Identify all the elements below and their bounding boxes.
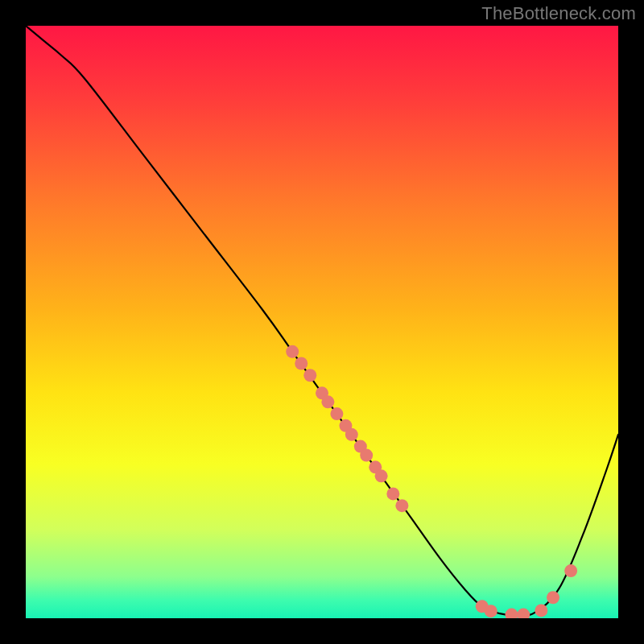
data-marker bbox=[395, 499, 408, 512]
watermark-text: TheBottleneck.com bbox=[481, 3, 636, 24]
data-marker bbox=[303, 369, 316, 382]
data-marker bbox=[330, 407, 343, 420]
data-marker bbox=[375, 469, 388, 482]
chart-svg bbox=[26, 26, 618, 618]
data-marker bbox=[295, 357, 308, 370]
data-marker bbox=[485, 605, 497, 617]
plot-area bbox=[26, 26, 618, 618]
data-marker bbox=[535, 604, 547, 617]
plot-background bbox=[26, 26, 618, 618]
chart-stage: TheBottleneck.com bbox=[0, 0, 644, 644]
data-marker bbox=[286, 345, 299, 358]
data-marker bbox=[360, 449, 373, 462]
data-marker bbox=[321, 395, 334, 408]
data-marker bbox=[564, 564, 577, 577]
data-marker bbox=[345, 428, 358, 441]
data-marker bbox=[547, 591, 559, 604]
data-marker bbox=[386, 487, 399, 500]
